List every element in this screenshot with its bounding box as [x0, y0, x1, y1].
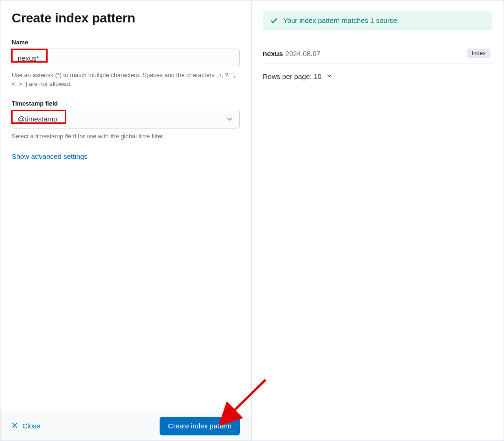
- flyout: Create index pattern Name nexus* Use an …: [0, 0, 504, 441]
- chevron-down-icon: [226, 116, 233, 122]
- match-row: nexus-2024.08.07 Index: [263, 43, 492, 64]
- index-badge: Index: [467, 49, 490, 58]
- name-input-value: nexus*: [18, 54, 39, 62]
- match-rest: -2024.08.07: [283, 50, 320, 57]
- match-bold: nexus: [263, 50, 283, 57]
- close-label: Close: [22, 422, 40, 430]
- timestamp-field-group: Timestamp field @timestamp Select a time…: [12, 100, 240, 141]
- check-icon: [270, 17, 278, 24]
- right-pane: Your index pattern matches 1 source. nex…: [252, 0, 504, 441]
- left-body: Create index pattern Name nexus* Use an …: [0, 0, 251, 411]
- name-label: Name: [12, 39, 240, 46]
- left-pane: Create index pattern Name nexus* Use an …: [0, 0, 252, 441]
- name-input[interactable]: nexus*: [12, 49, 240, 67]
- close-icon: [12, 422, 18, 430]
- rows-per-page-label: Rows per page: 10: [263, 72, 322, 80]
- timestamp-select-value: @timestamp: [18, 115, 57, 123]
- rows-per-page-selector[interactable]: Rows per page: 10: [263, 72, 333, 80]
- timestamp-help-text: Select a timestamp field for use with th…: [12, 132, 240, 141]
- show-advanced-settings-link[interactable]: Show advanced settings: [12, 152, 88, 160]
- page-title: Create index pattern: [12, 11, 240, 26]
- close-button[interactable]: Close: [12, 422, 40, 430]
- callout-text: Your index pattern matches 1 source.: [283, 16, 399, 24]
- chevron-down-icon: [326, 72, 333, 80]
- match-name: nexus-2024.08.07: [263, 50, 320, 57]
- create-index-pattern-button[interactable]: Create index pattern: [160, 417, 240, 435]
- timestamp-label: Timestamp field: [12, 100, 240, 107]
- name-help-text: Use an asterisk (*) to match multiple ch…: [12, 71, 240, 89]
- footer: Close Create index pattern: [0, 411, 251, 441]
- name-field-group: Name nexus* Use an asterisk (*) to match…: [12, 39, 240, 89]
- match-callout: Your index pattern matches 1 source.: [263, 11, 492, 30]
- timestamp-select[interactable]: @timestamp: [12, 110, 240, 128]
